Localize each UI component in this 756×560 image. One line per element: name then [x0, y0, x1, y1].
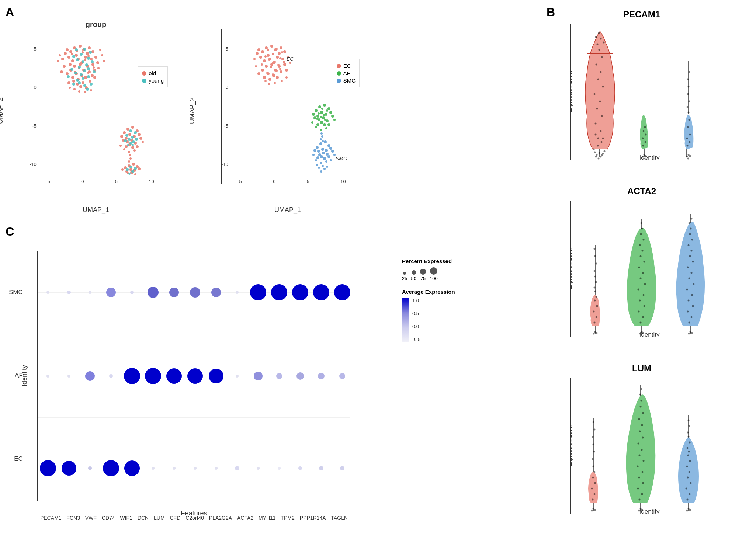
svg-point-252: [322, 165, 324, 167]
svg-point-384: [592, 499, 594, 501]
svg-point-326: [594, 300, 596, 302]
dot-ec-acta2: [257, 467, 260, 470]
svg-point-261: [320, 138, 322, 140]
svg-point-385: [594, 493, 596, 495]
dot-af-vwf: [85, 371, 95, 381]
svg-point-190: [261, 63, 263, 66]
svg-point-256: [316, 164, 318, 166]
smc-y-label: SMC: [9, 289, 23, 296]
svg-point-254: [318, 167, 320, 169]
svg-point-54: [73, 88, 76, 90]
svg-point-337: [593, 333, 595, 335]
svg-point-189: [283, 61, 285, 63]
svg-point-208: [329, 111, 332, 114]
svg-point-137: [129, 142, 132, 145]
svg-point-67: [123, 131, 126, 134]
dot-af-c2orf40: [209, 369, 223, 383]
svg-point-175: [275, 48, 278, 50]
svg-point-156: [280, 46, 282, 49]
svg-point-230: [319, 142, 322, 145]
svg-point-31: [89, 80, 91, 83]
svg-point-373: [689, 255, 691, 257]
svg-point-299: [643, 130, 645, 132]
svg-point-116: [87, 67, 90, 70]
svg-point-432: [688, 451, 690, 453]
svg-point-343: [639, 300, 641, 302]
pecam1-svg: [571, 24, 728, 160]
svg-point-313: [689, 101, 690, 102]
svg-point-155: [276, 56, 279, 59]
svg-point-431: [687, 455, 689, 456]
svg-point-214: [320, 121, 323, 124]
svg-point-131: [125, 134, 128, 137]
svg-point-42: [61, 58, 64, 60]
svg-point-53: [78, 90, 80, 93]
svg-point-375: [688, 244, 690, 246]
ec-y-label: EC: [14, 455, 23, 463]
svg-point-308: [689, 134, 691, 136]
svg-point-418: [639, 394, 641, 396]
svg-point-377: [689, 233, 691, 235]
svg-point-11: [88, 46, 91, 49]
svg-point-223: [321, 108, 323, 110]
dot-smc-acta2: [250, 284, 266, 300]
umap-plot-group: group: [7, 18, 184, 203]
svg-point-279: [603, 42, 605, 44]
svg-point-253: [326, 166, 328, 168]
svg-point-172: [283, 63, 286, 66]
svg-point-278: [595, 36, 597, 38]
percent-25: 25: [402, 272, 407, 281]
svg-point-295: [642, 145, 644, 147]
svg-point-238: [322, 152, 325, 154]
svg-point-284: [602, 138, 604, 139]
svg-point-37: [67, 81, 70, 84]
svg-point-354: [643, 239, 645, 241]
svg-point-44: [60, 70, 63, 73]
svg-point-4: [75, 54, 78, 57]
svg-point-72: [120, 135, 123, 138]
svg-point-425: [686, 488, 687, 490]
svg-point-351: [640, 255, 642, 257]
svg-point-370: [691, 272, 693, 274]
svg-point-89: [132, 163, 135, 166]
panel-b: PECAM1 43210 ECAFSMC: [542, 7, 749, 553]
dotplot-x-title: Features: [181, 509, 207, 517]
dot-ec-ppp1r14a: [319, 466, 323, 470]
svg-point-43: [63, 65, 66, 68]
svg-point-188: [279, 68, 281, 70]
percent-25-dot: [403, 272, 406, 275]
svg-point-281: [597, 145, 599, 147]
violin-acta2: ACTA2 6420 ECAFSMC: [542, 184, 741, 354]
svg-point-321: [689, 71, 690, 73]
acta2-svg: [571, 201, 728, 337]
svg-point-174: [285, 69, 288, 72]
svg-point-268: [599, 101, 601, 102]
svg-point-298: [645, 134, 647, 136]
svg-point-52: [84, 91, 86, 93]
svg-point-383: [691, 332, 693, 334]
svg-point-84: [142, 141, 144, 143]
dotplot-legend: Percent Expressed 25 50 75 100: [402, 258, 494, 342]
svg-point-180: [268, 59, 270, 61]
svg-point-407: [643, 460, 645, 462]
svg-point-424: [689, 493, 691, 495]
svg-point-47: [97, 67, 100, 69]
svg-point-363: [687, 311, 689, 313]
percent-75: 75: [420, 269, 426, 281]
svg-point-240: [326, 153, 329, 156]
svg-point-143: [131, 170, 134, 173]
svg-point-311: [688, 112, 690, 114]
svg-point-369: [689, 278, 690, 279]
af-lum-violin: [626, 394, 656, 503]
svg-point-146: [270, 45, 273, 48]
svg-point-435: [688, 436, 690, 438]
dot-smc-pecam1: [46, 291, 49, 294]
svg-point-330: [595, 281, 597, 283]
dot-af-cd74: [109, 374, 113, 378]
svg-point-258: [320, 170, 322, 173]
dot-smc-wif1: [130, 291, 134, 294]
dot-smc-lum: [169, 288, 179, 297]
svg-point-177: [267, 49, 269, 51]
svg-point-247: [312, 154, 315, 156]
svg-point-107: [82, 60, 84, 63]
